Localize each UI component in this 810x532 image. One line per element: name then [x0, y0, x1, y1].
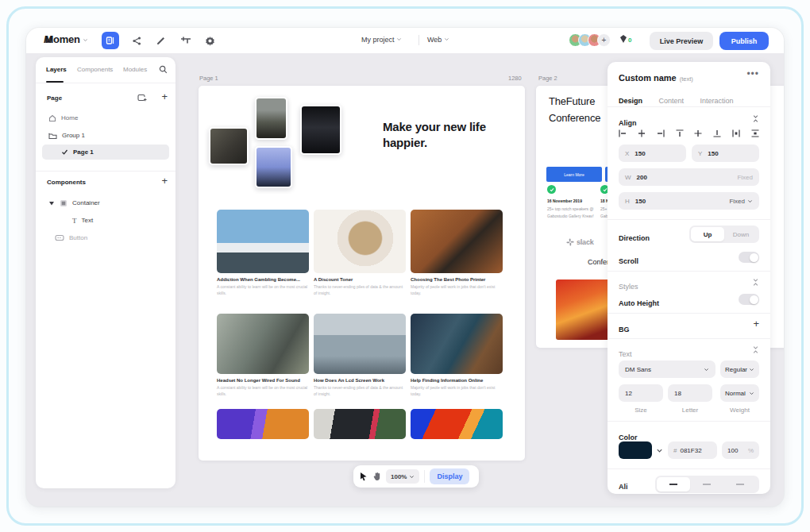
- font-weight-select[interactable]: Normal: [720, 384, 759, 402]
- width-input[interactable]: W200 Fixed: [619, 168, 759, 186]
- tab-layers[interactable]: Layers: [46, 66, 67, 73]
- more-options-icon[interactable]: •••: [746, 68, 759, 79]
- article-card[interactable]: Help Finding Information Online Majority…: [411, 314, 503, 397]
- add-collaborator-button[interactable]: +: [597, 33, 611, 47]
- portrait-photo[interactable]: [255, 97, 287, 140]
- article-card[interactable]: [217, 409, 309, 439]
- card-image-photographer-forest: [411, 210, 503, 273]
- add-component-button[interactable]: +: [161, 175, 168, 187]
- add-folder-icon[interactable]: [137, 93, 147, 102]
- expand-triangle-icon[interactable]: [48, 200, 55, 206]
- portrait-photo[interactable]: [255, 146, 292, 188]
- height-input[interactable]: H150 Fixed: [619, 192, 759, 210]
- live-preview-button[interactable]: Live Preview: [650, 32, 713, 50]
- align-bottom-icon[interactable]: [713, 129, 721, 137]
- hand-icon[interactable]: [372, 472, 381, 481]
- letter-spacing-input[interactable]: 18: [668, 384, 712, 402]
- segment-option[interactable]: [723, 484, 757, 485]
- tab-design[interactable]: Design: [619, 97, 642, 105]
- align-buttons: [619, 129, 759, 137]
- platform-menu[interactable]: Web: [427, 36, 449, 44]
- collapse-icon[interactable]: [752, 346, 759, 353]
- gear-icon: [205, 36, 215, 46]
- direction-down-option[interactable]: Down: [724, 231, 758, 238]
- page2-feature-image[interactable]: [556, 279, 613, 340]
- sidebar-item-group1[interactable]: Group 1: [42, 128, 169, 143]
- nodes-tool-button[interactable]: [128, 32, 145, 49]
- segment-option[interactable]: [690, 484, 723, 485]
- article-card[interactable]: [411, 409, 503, 439]
- article-card[interactable]: How Does An Lcd Screen Work Thanks to ne…: [314, 314, 406, 397]
- publish-button[interactable]: Publish: [719, 32, 769, 50]
- sidebar-item-home[interactable]: Home: [42, 110, 169, 125]
- hero-title[interactable]: Make your new life happier.: [383, 119, 510, 152]
- align-tool-button[interactable]: [177, 32, 195, 49]
- font-style-select[interactable]: Regular: [720, 360, 759, 378]
- add-bg-button[interactable]: +: [753, 318, 759, 330]
- collapse-icon[interactable]: [752, 279, 759, 286]
- inspector-panel: Custom name(text) ••• Design Content Int…: [608, 62, 770, 494]
- x-input[interactable]: X150: [619, 145, 686, 162]
- page2-label[interactable]: Page 2: [538, 75, 557, 82]
- color-opacity-input[interactable]: 100 %: [722, 441, 759, 459]
- align-right-icon[interactable]: [657, 129, 665, 137]
- portrait-photo[interactable]: [209, 127, 249, 165]
- tab-modules[interactable]: Modules: [123, 66, 147, 73]
- distribute-horizontal-icon[interactable]: [732, 129, 740, 137]
- align-center-horizontal-icon[interactable]: [638, 129, 646, 137]
- article-card[interactable]: [314, 409, 406, 439]
- app-logo[interactable]: MMomen: [44, 33, 88, 45]
- event-date: 16 November 2019: [547, 199, 582, 203]
- article-card[interactable]: A Discount Toner Thanks to never-ending …: [314, 210, 406, 296]
- distribute-vertical-icon[interactable]: [751, 129, 759, 137]
- portrait-photo[interactable]: [300, 105, 341, 155]
- segment-option[interactable]: [657, 477, 690, 492]
- artboard-page1[interactable]: Make your new life happier. Addiction Wh…: [199, 86, 525, 461]
- credits-indicator[interactable]: 0: [619, 34, 631, 44]
- chevron-down-icon: [396, 37, 402, 42]
- layout-tool-button[interactable]: [102, 32, 119, 49]
- color-hex-input[interactable]: #081F32: [668, 441, 717, 459]
- auto-height-toggle[interactable]: [739, 294, 759, 305]
- direction-up-option[interactable]: Up: [691, 227, 724, 241]
- settings-button[interactable]: [201, 32, 218, 49]
- page1-label[interactable]: Page 1: [199, 75, 218, 82]
- direction-segmented-control[interactable]: Up Down: [689, 226, 759, 243]
- collapse-icon[interactable]: [752, 115, 759, 122]
- tab-interaction[interactable]: Interaction: [700, 97, 733, 105]
- scroll-toggle[interactable]: [739, 252, 759, 263]
- inspector-header: Custom name(text): [619, 70, 759, 84]
- tab-content[interactable]: Content: [658, 97, 684, 105]
- zoom-control[interactable]: 100%: [386, 469, 419, 484]
- align-center-vertical-icon[interactable]: [694, 129, 702, 137]
- active-tab-underline: [46, 81, 64, 83]
- display-button[interactable]: Display: [430, 468, 469, 484]
- article-card[interactable]: Headset No Longer Wired For Sound A cons…: [217, 314, 309, 397]
- chevron-down-icon[interactable]: [656, 447, 663, 454]
- page2-hero-title[interactable]: TheFuture Conference: [549, 94, 614, 127]
- event-description: 25+ top notch speakers @ Gabostudio Gall…: [547, 206, 596, 219]
- sidebar-item-container[interactable]: Container: [42, 195, 169, 210]
- y-input[interactable]: Y150: [692, 145, 759, 162]
- pen-tool-button[interactable]: [152, 32, 169, 49]
- learn-more-button[interactable]: Learn More: [546, 167, 602, 182]
- align-top-icon[interactable]: [676, 129, 684, 137]
- align-left-icon[interactable]: [619, 129, 627, 137]
- search-icon[interactable]: [159, 65, 168, 74]
- cursor-icon[interactable]: [359, 472, 368, 481]
- add-page-button[interactable]: +: [161, 91, 168, 102]
- project-menu[interactable]: My project: [361, 36, 402, 44]
- sidebar-item-page1[interactable]: Page 1: [42, 145, 169, 160]
- sidebar-item-text[interactable]: T Text: [42, 213, 169, 228]
- height-mode-select[interactable]: Fixed: [729, 198, 753, 205]
- sidebar-item-button[interactable]: Button: [42, 230, 169, 245]
- article-card[interactable]: Addiction When Gambling Become... A cons…: [217, 210, 309, 296]
- font-family-select[interactable]: DM Sans: [619, 360, 716, 378]
- color-swatch[interactable]: [619, 441, 652, 459]
- article-card[interactable]: Choosing The Best Photo Printer Majority…: [411, 210, 503, 296]
- selected-element-type: (text): [680, 75, 693, 83]
- font-size-input[interactable]: 12: [619, 384, 663, 402]
- container-icon: [60, 199, 68, 207]
- tab-components[interactable]: Components: [77, 66, 113, 73]
- clipped-segmented-control[interactable]: [655, 476, 759, 493]
